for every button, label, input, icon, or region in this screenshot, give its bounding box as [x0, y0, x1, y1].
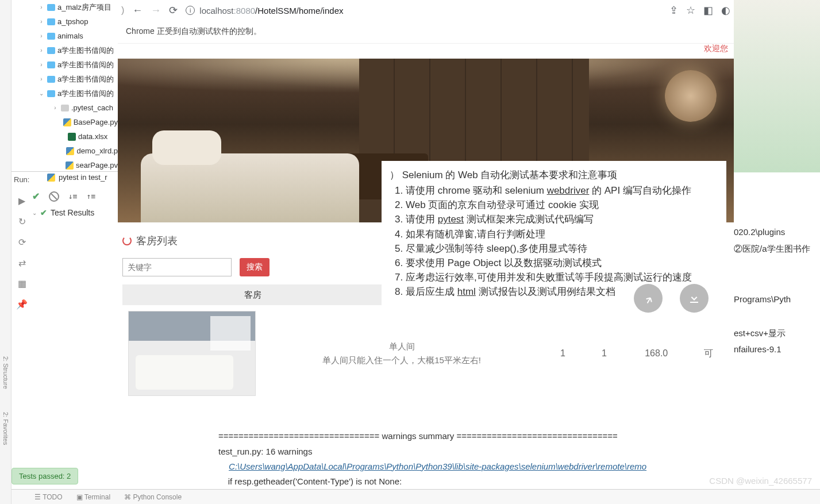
- structure-tab[interactable]: 2: Structure: [2, 356, 9, 389]
- chevron-icon: ›: [38, 61, 45, 68]
- list-item: 请使用 pytest 测试框架来完成测试代码编写: [406, 212, 718, 226]
- panel-icon[interactable]: ◧: [703, 4, 713, 17]
- room-price: 168.0: [625, 348, 688, 359]
- run-button[interactable]: ▶: [17, 195, 27, 206]
- automation-banner: Chrome 正受到自动测试软件的控制。: [118, 21, 734, 44]
- share-icon[interactable]: ⇪: [669, 4, 678, 17]
- tree-item-label: animals: [57, 32, 83, 40]
- room-col-2: 1: [583, 348, 625, 359]
- overlay-title: ） Selenium 的 Web 自动化测试基本要求和注意事项: [390, 168, 718, 182]
- room-status: 可: [688, 348, 729, 360]
- todo-tab[interactable]: ☰ TODO: [34, 493, 63, 501]
- folder-icon: [47, 18, 55, 25]
- tree-item[interactable]: ›animals: [11, 29, 118, 43]
- chevron-down-icon: ⌄: [32, 210, 37, 216]
- folder-icon: [47, 90, 55, 97]
- pin-button[interactable]: 📌: [17, 299, 27, 309]
- test-toolbar: ✔ ↓≡ ↑≡: [32, 191, 95, 202]
- list-item: 最后应生成 html 测试报告以及测试用例结果文档: [406, 284, 718, 299]
- table-row[interactable]: 单人间 单人间只能入住一个人，大概15平米左右! 1 1 168.0 可: [122, 311, 729, 396]
- passed-filter-icon[interactable]: ✔: [32, 191, 40, 202]
- toggle-button[interactable]: ⇄: [17, 257, 27, 268]
- tree-item[interactable]: ›a学生图书借阅的: [11, 43, 118, 57]
- tree-item[interactable]: ›a_malz房产项目: [11, 0, 118, 14]
- python-file-icon: [63, 118, 71, 126]
- test-results-label: Test Results: [51, 208, 94, 217]
- list-item: 请使用 chrome 驱动和 selenium webdriver 的 API …: [406, 183, 718, 198]
- profile-icon[interactable]: ◐: [721, 4, 730, 17]
- folder-icon: [47, 33, 55, 40]
- tree-item-label: searPage.pv: [76, 161, 118, 170]
- favorites-tab[interactable]: 2: Favorites: [2, 412, 9, 445]
- tree-item-label: a学生图书借阅的: [57, 60, 114, 70]
- rerun-failed-button[interactable]: ⟳: [17, 237, 27, 247]
- tree-item[interactable]: BasePage.py: [11, 115, 118, 129]
- folder-icon: [61, 105, 69, 111]
- download-button[interactable]: [680, 284, 709, 313]
- list-item: Web 页面的京东自动登录可通过 cookie 实现: [406, 198, 718, 212]
- folder-icon: [47, 76, 55, 83]
- run-config-tab[interactable]: pytest in test_r: [45, 173, 107, 182]
- excel-file-icon: [68, 133, 76, 141]
- console-link[interactable]: C:\Users\wang\AppData\Local\Programs\Pyt…: [229, 461, 646, 471]
- folder-icon: [47, 4, 55, 11]
- python-console-tab[interactable]: ⌘ Python Console: [124, 493, 182, 501]
- tree-item[interactable]: ›a_tpshop: [11, 14, 118, 29]
- loading-icon: [122, 236, 132, 245]
- reload-button[interactable]: ⟳: [169, 4, 178, 17]
- rerun-button[interactable]: ↻: [17, 216, 27, 226]
- paren-icon: ): [121, 5, 124, 16]
- back-button[interactable]: ←: [132, 5, 143, 17]
- folder-icon: [47, 61, 55, 68]
- tree-item-label: a_malz房产项目: [57, 2, 111, 13]
- search-button[interactable]: 搜索: [240, 258, 270, 276]
- python-file-icon: [66, 161, 74, 170]
- list-item: 要求使用 Page Object 以及数据驱动测试模式: [406, 256, 718, 270]
- tree-item-label: a学生图书借阅的: [57, 89, 114, 99]
- ignored-filter-icon[interactable]: [49, 191, 59, 202]
- room-description: 单人间 单人间只能入住一个人，大概15平米左右!: [261, 340, 542, 367]
- url-field[interactable]: i localhost:8080/HotelSSM/home/index: [186, 6, 661, 16]
- layout-button[interactable]: ▦: [17, 278, 27, 288]
- keyword-input[interactable]: [122, 258, 232, 276]
- tree-item-label: a学生图书借阅的: [57, 45, 114, 56]
- tree-item[interactable]: ›a学生图书借阅的: [11, 72, 118, 86]
- watermark: CSDN @weixin_42665577: [709, 476, 812, 486]
- check-icon: ✔: [40, 208, 47, 217]
- tree-item[interactable]: ⌄a学生图书借阅的: [11, 86, 118, 101]
- project-tree[interactable]: ›a_malz房产项目›a_tpshop›animals›a学生图书借阅的›a学…: [11, 0, 118, 172]
- sort-up-icon[interactable]: ↑≡: [87, 192, 96, 201]
- overlay-list: 请使用 chrome 驱动和 selenium webdriver 的 API …: [390, 183, 718, 299]
- chevron-icon: ›: [38, 33, 45, 39]
- chevron-icon: ›: [38, 18, 45, 25]
- chevron-icon: ›: [38, 76, 45, 82]
- python-file-icon: [66, 147, 74, 155]
- sort-down-icon[interactable]: ↓≡: [68, 192, 78, 201]
- tree-item-label: a学生图书借阅的: [57, 74, 114, 84]
- bookmark-icon[interactable]: ☆: [686, 4, 695, 17]
- welcome-text: 欢迎您: [118, 44, 734, 59]
- tree-item[interactable]: data.xlsx: [11, 129, 118, 144]
- address-bar: ) ← → ⟳ i localhost:8080/HotelSSM/home/i…: [118, 0, 734, 21]
- chevron-icon: ›: [52, 105, 59, 111]
- tree-item[interactable]: searPage.pv: [11, 158, 118, 172]
- tree-item-label: demo_xlrd.p: [76, 147, 118, 155]
- forward-button[interactable]: →: [151, 5, 161, 17]
- python-icon: [47, 174, 55, 182]
- terminal-tab[interactable]: ▣ Terminal: [76, 493, 110, 501]
- tree-item[interactable]: demo_xlrd.p: [11, 144, 118, 158]
- tests-passed-badge[interactable]: Tests passed: 2: [11, 468, 78, 484]
- run-label: Run:: [14, 175, 29, 184]
- run-toolbar: ▶ ↻ ⟳ ⇄ ▦ 📌: [11, 188, 32, 309]
- tree-item-label: BasePage.py: [74, 118, 118, 126]
- site-info-icon[interactable]: i: [186, 6, 195, 15]
- test-results-tree[interactable]: ⌄ ✔ Test Results: [32, 208, 94, 217]
- chevron-icon: ›: [38, 47, 45, 53]
- tree-item[interactable]: ›a学生图书借阅的: [11, 57, 118, 72]
- tree-item[interactable]: ›.pytest_cach: [11, 101, 118, 115]
- share-button[interactable]: [634, 284, 663, 313]
- room-thumbnail: [128, 311, 256, 396]
- url-host: localhost: [199, 6, 233, 16]
- right-bg-strip: [734, 0, 820, 172]
- right-console-fragment: 020.2\plugins ②医院/a学生图书作 Programs\Pyth e…: [734, 224, 820, 358]
